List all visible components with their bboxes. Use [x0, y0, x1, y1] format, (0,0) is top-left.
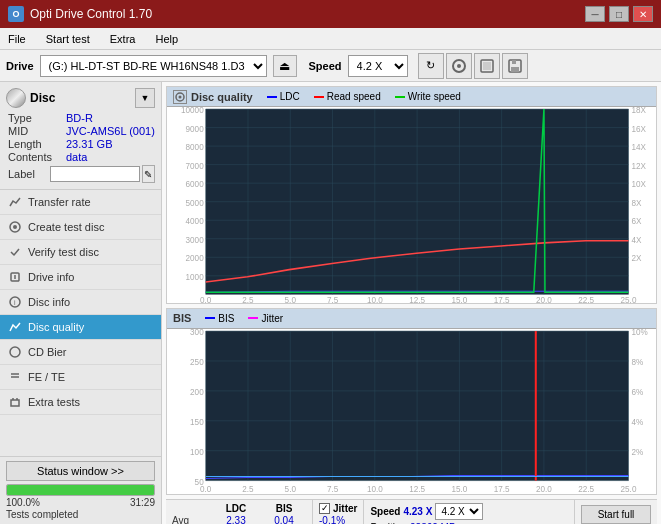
status-window-button[interactable]: Status window >> — [6, 461, 155, 481]
svg-rect-5 — [512, 60, 516, 64]
sidebar-item-verify-test-disc-label: Verify test disc — [28, 246, 99, 258]
svg-text:17.5: 17.5 — [494, 484, 510, 493]
svg-text:2.5: 2.5 — [242, 484, 254, 493]
svg-text:150: 150 — [190, 417, 204, 426]
disc-contents-row: Contents data — [8, 151, 155, 163]
fe-te-icon — [8, 370, 22, 384]
sidebar-item-fe-te-label: FE / TE — [28, 371, 65, 383]
svg-point-8 — [13, 225, 17, 229]
drive-select[interactable]: (G:) HL-DT-ST BD-RE WH16NS48 1.D3 — [40, 55, 267, 77]
svg-text:100: 100 — [190, 447, 204, 456]
top-chart-title-bar: Disc quality LDC Read speed Write speed — [167, 87, 656, 107]
svg-rect-16 — [11, 400, 19, 406]
sidebar-item-disc-info[interactable]: i Disc info — [0, 290, 161, 315]
svg-text:20.0: 20.0 — [536, 484, 552, 493]
svg-text:7000: 7000 — [186, 162, 205, 171]
sidebar-item-create-test-disc[interactable]: Create test disc — [0, 215, 161, 240]
avg-bis: 0.04 — [262, 515, 306, 524]
progress-time-text: 31:29 — [130, 497, 155, 508]
svg-text:8000: 8000 — [186, 143, 205, 152]
menu-bar: File Start test Extra Help — [0, 28, 661, 50]
read-speed-legend-dot — [314, 96, 324, 98]
drive-label: Drive — [6, 60, 34, 72]
svg-text:25.0: 25.0 — [621, 484, 637, 493]
jitter-checkbox[interactable]: ✓ — [319, 503, 330, 514]
status-text: Tests completed — [6, 509, 155, 520]
sidebar-item-disc-quality[interactable]: Disc quality — [0, 315, 161, 340]
top-chart-title: Disc quality — [191, 91, 253, 103]
disc-info-icon: i — [8, 295, 22, 309]
bis-header: BIS — [262, 503, 306, 514]
jitter-header-row: ✓ Jitter — [319, 503, 357, 514]
label-input[interactable] — [50, 166, 140, 182]
bis-legend-label: BIS — [218, 313, 234, 324]
sidebar-item-transfer-rate[interactable]: Transfer rate — [0, 190, 161, 215]
disc-quality-icon — [8, 320, 22, 334]
svg-text:8%: 8% — [632, 358, 644, 367]
disc-button[interactable] — [446, 53, 472, 79]
sidebar-item-cd-bier[interactable]: CD Bier — [0, 340, 161, 365]
sidebar-item-fe-te[interactable]: FE / TE — [0, 365, 161, 390]
disc-options-button[interactable]: ▼ — [135, 88, 155, 108]
bottom-chart-svg-container: 300 250 200 150 100 50 10% 8% 6% 4% 2% 0… — [167, 329, 656, 494]
svg-text:i: i — [14, 299, 16, 306]
sidebar-item-extra-tests-label: Extra tests — [28, 396, 80, 408]
jitter-legend-label: Jitter — [261, 313, 283, 324]
label-edit-button[interactable]: ✎ — [142, 165, 155, 183]
disc-length-label: Length — [8, 138, 66, 150]
svg-text:7.5: 7.5 — [327, 296, 339, 303]
sidebar-item-create-test-disc-label: Create test disc — [28, 221, 104, 233]
svg-text:20.0: 20.0 — [536, 296, 552, 303]
legend-bis: BIS — [205, 313, 234, 324]
svg-text:10000: 10000 — [181, 107, 204, 115]
disc-label-row: Label ✎ — [8, 165, 155, 183]
sidebar-item-verify-test-disc[interactable]: Verify test disc — [0, 240, 161, 265]
extra-tests-icon — [8, 395, 22, 409]
speed-select-stat[interactable]: 4.2 X — [435, 503, 483, 520]
svg-text:12.5: 12.5 — [409, 484, 425, 493]
svg-text:10X: 10X — [632, 180, 647, 189]
sidebar-item-drive-info-label: Drive info — [28, 271, 74, 283]
legend-read-speed: Read speed — [314, 91, 381, 102]
bottom-chart-title: BIS — [173, 312, 191, 324]
bottom-chart-title-bar: BIS BIS Jitter — [167, 309, 656, 329]
read-speed-legend-label: Read speed — [327, 91, 381, 102]
sidebar-item-drive-info[interactable]: Drive info — [0, 265, 161, 290]
menu-extra[interactable]: Extra — [106, 32, 140, 46]
eject-button[interactable]: ⏏ — [273, 55, 297, 77]
start-full-button[interactable]: Start full — [581, 505, 651, 524]
progress-bar-fill — [7, 485, 154, 495]
legend-jitter: Jitter — [248, 313, 283, 324]
svg-text:18X: 18X — [632, 107, 647, 115]
title-bar: O Opti Drive Control 1.70 ─ □ ✕ — [0, 0, 661, 28]
close-button[interactable]: ✕ — [633, 6, 653, 22]
menu-start-test[interactable]: Start test — [42, 32, 94, 46]
sidebar-item-extra-tests[interactable]: Extra tests — [0, 390, 161, 415]
menu-help[interactable]: Help — [151, 32, 182, 46]
cd-bier-icon — [8, 345, 22, 359]
speed-select[interactable]: 4.2 X — [348, 55, 408, 77]
svg-text:2X: 2X — [632, 254, 642, 263]
write-button[interactable] — [474, 53, 500, 79]
refresh-button[interactable]: ↻ — [418, 53, 444, 79]
menu-file[interactable]: File — [4, 32, 30, 46]
svg-text:10%: 10% — [632, 329, 648, 337]
avg-ldc: 2.33 — [214, 515, 258, 524]
ldc-legend-dot — [267, 96, 277, 98]
main-area: Disc ▼ Type BD-R MID JVC-AMS6L (001) Len… — [0, 82, 661, 524]
maximize-button[interactable]: □ — [609, 6, 629, 22]
speed-value: 4.23 X — [403, 506, 432, 517]
disc-type-row: Type BD-R — [8, 112, 155, 124]
save-button[interactable] — [502, 53, 528, 79]
svg-text:9000: 9000 — [186, 125, 205, 134]
svg-text:22.5: 22.5 — [578, 484, 594, 493]
minimize-button[interactable]: ─ — [585, 6, 605, 22]
svg-text:5.0: 5.0 — [285, 296, 297, 303]
svg-text:16X: 16X — [632, 125, 647, 134]
disc-label-label: Label — [8, 168, 48, 180]
svg-text:250: 250 — [190, 358, 204, 367]
disc-length-row: Length 23.31 GB — [8, 138, 155, 150]
disc-contents-label: Contents — [8, 151, 66, 163]
svg-text:15.0: 15.0 — [451, 484, 467, 493]
ldc-legend-label: LDC — [280, 91, 300, 102]
